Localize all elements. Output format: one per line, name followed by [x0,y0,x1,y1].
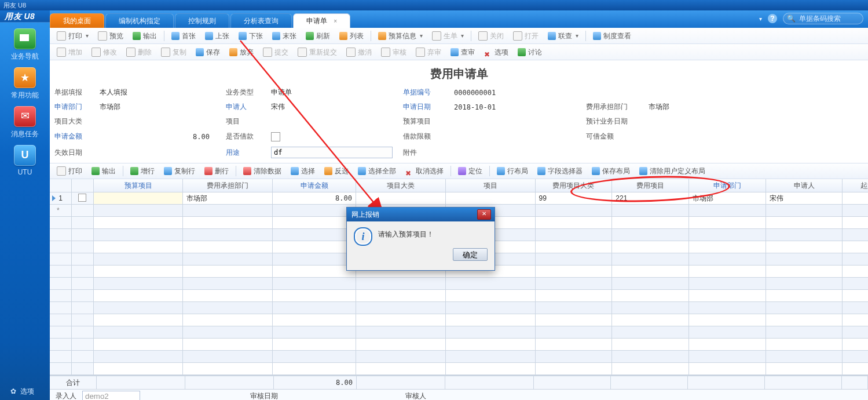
tab-rules[interactable]: 控制规则 [175,13,229,28]
col-proj-cat[interactable]: 项目大类 [356,179,446,192]
label-applicant[interactable]: 申请人 [226,102,266,112]
col-apply-dept[interactable]: 申请部门 [688,179,766,192]
edit-button[interactable]: 修改 [87,46,122,59]
cell-project[interactable] [445,192,535,205]
cell-amount[interactable]: 8.00 [273,192,356,205]
cell-proj-cat[interactable] [356,192,446,205]
label-apply-date[interactable]: 申请日期 [403,102,449,112]
make-bill-button[interactable]: 生单 [427,30,468,42]
tab-dropdown-icon[interactable]: ▾ [759,16,762,22]
grid-locate-button[interactable]: 定位 [453,165,487,177]
cell-applicant[interactable]: 宋伟 [766,192,843,205]
next-button[interactable]: 下张 [234,30,268,42]
col-budget-proj[interactable]: 预算项目 [93,179,183,192]
first-button[interactable]: 首张 [167,30,200,42]
resubmit-button[interactable]: 重新提交 [293,46,342,59]
grid-delrow-button[interactable]: 删行 [200,165,233,177]
prev-button[interactable]: 上张 [200,30,234,42]
review-button[interactable]: 查审 [446,46,479,59]
col-cost-cat[interactable]: 费用项目大类 [535,179,612,192]
last-button[interactable]: 末张 [268,30,301,42]
cell-cost-item[interactable]: 221 [612,192,689,205]
grid-print-button[interactable]: 打印 [52,165,87,177]
preview-button[interactable]: 预览 [93,30,128,42]
resubmit-icon [298,48,307,57]
submit-button[interactable]: 提交 [258,46,293,59]
revoke-button[interactable]: 撤消 [342,46,376,59]
open-bill-button[interactable]: 打开 [508,30,543,42]
grid-rowlayout-button[interactable]: 行布局 [492,165,533,177]
add-button[interactable]: 增加 [52,46,87,59]
col-start-date[interactable]: 起始日期 [843,179,868,192]
grid-select-button[interactable]: 选择 [286,165,320,177]
col-project[interactable]: 项目 [445,179,535,192]
grid-export-button[interactable]: 输出 [87,165,120,177]
dialog-ok-button[interactable]: 确定 [453,248,488,261]
grid-addrow-button[interactable]: 增行 [126,165,159,177]
discard-audit-button[interactable]: 弃审 [411,46,446,59]
table-row-empty [50,302,868,314]
barcode-search-input[interactable] [798,14,858,23]
entry-user-label: 录入人 [56,391,76,401]
col-amount[interactable]: 申请金额 [273,179,356,192]
cell-budget-proj[interactable] [93,192,183,205]
col-cost-dept[interactable]: 费用承担部门 [183,179,273,192]
delete-button[interactable]: 删除 [122,46,156,59]
cell-apply-dept[interactable]: 市场部 [688,192,766,205]
link-query-button[interactable]: 联查 [543,30,583,42]
totals-amount: 8.00 [274,376,357,389]
entry-user-input[interactable] [82,391,140,400]
abandon-button[interactable]: 放弃 [225,46,258,59]
cell-cost-cat[interactable]: 99 [535,192,612,205]
row-check[interactable] [72,192,94,205]
grid-copyrow-button[interactable]: 复制行 [159,165,200,177]
dialog-title-bar[interactable]: 网上报销 ✕ [347,208,495,221]
sidebar-options[interactable]: 选项 [0,387,50,397]
list-button[interactable]: 列表 [335,30,368,42]
print-button[interactable]: 打印 [52,30,93,42]
refresh-button[interactable]: 刷新 [301,30,335,42]
close-bill-button[interactable]: 关闭 [474,30,508,42]
purpose-input[interactable] [271,147,393,158]
copy-button[interactable]: 复制 [156,46,191,59]
budget-info-button[interactable]: 预算信息 [373,30,427,42]
options-button[interactable]: ✖选项 [479,46,513,59]
grid-selall-button[interactable]: 选择全部 [353,165,401,177]
tab-home[interactable]: 我的桌面 [50,13,104,28]
tab-org[interactable]: 编制机构指定 [105,13,174,28]
sidebar-item-nav[interactable]: 业务导航 [8,28,42,61]
export-button[interactable]: 输出 [128,30,162,42]
table-row[interactable]: 1 市场部 8.00 99 221 市场部 宋伟 [50,192,868,205]
grid-fieldsel-button[interactable]: 字段选择器 [533,165,587,177]
help-icon[interactable]: ? [768,14,777,23]
grid-savelayout-button[interactable]: 保存布局 [587,165,635,177]
rules-view-button[interactable]: 制度查看 [588,30,636,42]
tab-report[interactable]: 分析表查询 [230,13,292,28]
save-button[interactable]: 保存 [191,46,225,59]
label-amount[interactable]: 申请金额 [54,132,95,141]
discuss-button[interactable]: 讨论 [513,46,547,59]
label-apply-dept[interactable]: 申请部门 [54,102,95,112]
label-purpose[interactable]: 用途 [226,148,266,158]
label-doc-no[interactable]: 单据编号 [403,88,449,97]
col-cost-item[interactable]: 费用项目 [612,179,689,192]
grid-unselect-button[interactable]: ✖取消选择 [401,165,448,177]
grid-clearlayout-button[interactable]: 清除用户定义布局 [635,165,710,177]
cell-cost-dept[interactable]: 市场部 [183,192,273,205]
grid-invert-button[interactable]: 反选 [320,165,353,177]
is-loan-checkbox[interactable] [271,132,280,141]
label-budget-proj: 预算项目 [403,117,449,126]
discard-audit-icon [416,48,425,57]
barcode-search[interactable]: 🔍 [783,13,863,24]
sidebar-item-utu[interactable]: UTU [8,145,42,176]
sidebar-item-tasks[interactable]: 消息任务 [8,106,42,139]
sidebar-item-fav[interactable]: 常用功能 [8,67,42,100]
tab-apply[interactable]: 申请单 × [293,13,350,28]
audit-button[interactable]: 审核 [376,46,411,59]
dialog-close-icon[interactable]: ✕ [477,209,491,220]
close-icon[interactable]: × [334,18,337,24]
col-applicant[interactable]: 申请人 [766,179,843,192]
grid-clear-button[interactable]: 清除数据 [239,165,286,177]
cell-start-date[interactable] [843,192,868,205]
label-fill-type: 单据填报 [54,88,95,97]
